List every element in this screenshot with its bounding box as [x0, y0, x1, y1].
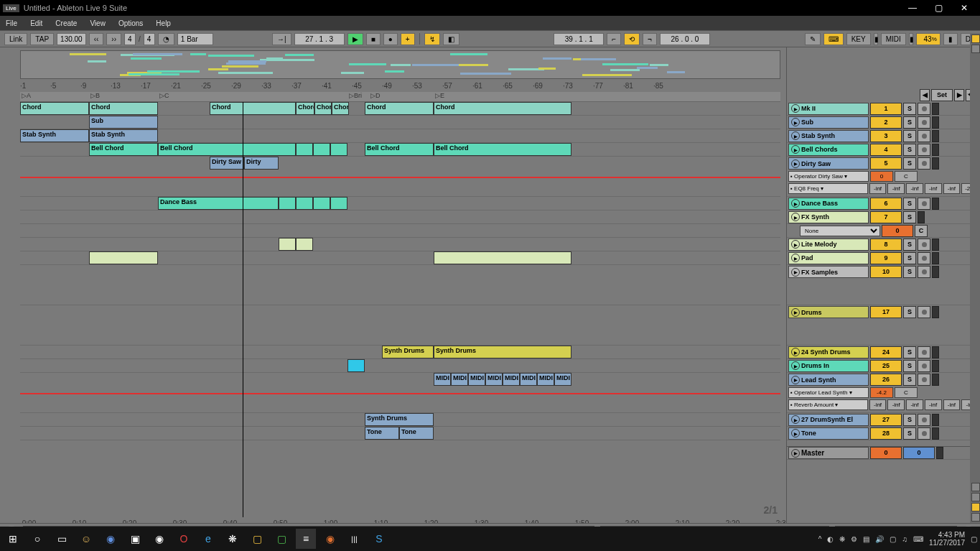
keyboard-icon[interactable]: ⌨ [823, 33, 844, 45]
sig-num[interactable]: 4 [124, 33, 136, 45]
tray-icon4[interactable]: ▢ [890, 535, 896, 543]
track-number[interactable]: 24 [870, 346, 902, 358]
track-name[interactable]: ▶Sub [788, 116, 869, 129]
start-icon[interactable]: ⊞ [3, 529, 23, 549]
track-lane[interactable]: ToneTone [20, 427, 780, 440]
track-number[interactable]: 3 [870, 130, 902, 142]
io-toggle-icon[interactable] [971, 34, 980, 43]
play-icon[interactable]: ▶ [791, 348, 800, 356]
solo-button[interactable]: S [903, 130, 916, 142]
midi-button[interactable]: MIDI [881, 33, 906, 45]
arm-button[interactable] [918, 346, 930, 358]
clip[interactable] [434, 251, 571, 264]
overload-icon[interactable]: ▮ [943, 33, 958, 45]
track-number[interactable]: 10 [870, 266, 902, 278]
loop-button[interactable]: ⟲ [624, 33, 640, 45]
track-number[interactable]: 9 [870, 252, 902, 264]
clip[interactable] [296, 143, 313, 156]
device-select[interactable]: ▪ EQ8 Freq ▾ [788, 183, 868, 194]
maximize-button[interactable]: ▢ [925, 0, 951, 16]
app1-icon[interactable]: ☺ [76, 529, 96, 549]
device-val[interactable]: -inf [906, 399, 923, 410]
play-icon[interactable]: ▶ [791, 429, 800, 437]
solo-button[interactable]: S [903, 198, 916, 210]
clip[interactable]: MIDI [537, 373, 554, 386]
clip[interactable]: Bell Chord [365, 143, 434, 156]
track-lane[interactable] [20, 359, 780, 373]
nudge-up-icon[interactable]: ›› [106, 33, 121, 45]
play-icon[interactable]: ▶ [791, 361, 800, 370]
play-icon[interactable]: ▶ [791, 240, 800, 249]
track-lane[interactable]: Dance Bass [20, 197, 780, 210]
search-icon[interactable]: ○ [27, 529, 47, 549]
clip[interactable]: Bell Chord [434, 143, 571, 156]
track-lane[interactable] [20, 305, 780, 346]
clip[interactable] [279, 197, 296, 210]
clip[interactable]: Chord [20, 102, 89, 115]
clock-date[interactable]: 11/27/2017 [929, 539, 965, 547]
x-toggle-icon[interactable] [971, 513, 980, 522]
position-field[interactable]: 27 . 1 . 3 [294, 33, 345, 45]
track-name[interactable]: ▶Bell Chords [788, 144, 869, 156]
device-val[interactable]: -inf [925, 399, 942, 410]
tempo-field[interactable]: 130.00 [57, 33, 86, 45]
arm-button[interactable] [918, 414, 930, 426]
locator[interactable]: ▷A [20, 92, 32, 99]
device-c[interactable]: C [895, 171, 918, 182]
track-lane[interactable] [20, 251, 780, 265]
key-button[interactable]: KEY [846, 33, 871, 45]
clip[interactable] [89, 251, 158, 264]
clip[interactable]: Stab Synth [89, 129, 158, 142]
keyboard-tray-icon[interactable]: ⌨ [913, 535, 923, 543]
arm-button[interactable] [918, 130, 930, 142]
clip[interactable]: MIDI [554, 373, 571, 386]
notifications-icon[interactable]: ▢ [971, 535, 977, 543]
device-c[interactable]: C [895, 387, 918, 398]
track-number[interactable]: 27 [870, 414, 902, 426]
track-lane[interactable]: Sub [20, 116, 780, 129]
device-val[interactable]: 0 [870, 171, 893, 182]
overdub-button[interactable]: + [401, 33, 415, 45]
tray-icon3[interactable]: ⚙ [851, 535, 857, 543]
clip[interactable] [330, 197, 347, 210]
track-name[interactable]: ▶Drums [788, 306, 869, 318]
clip[interactable] [296, 197, 313, 210]
device-val[interactable]: -inf [887, 399, 905, 410]
track-name[interactable]: ▶24 Synth Drums [788, 346, 869, 358]
track-lane[interactable]: Bell ChordBell ChordBell ChordBell Chord [20, 143, 780, 157]
menu-options[interactable]: Options [118, 19, 143, 27]
arm-button[interactable] [918, 427, 930, 440]
set-button[interactable]: Set [931, 89, 953, 101]
close-button[interactable]: ✕ [951, 0, 977, 16]
play-icon[interactable]: ▶ [791, 159, 800, 168]
midi-out-icon[interactable]: ▮ [909, 33, 913, 45]
network-icon[interactable]: ▤ [863, 535, 869, 543]
device-val[interactable]: 0 [882, 225, 913, 237]
clip[interactable]: MIDI [434, 373, 451, 386]
m-toggle-icon[interactable] [971, 493, 980, 501]
menu-file[interactable]: File [6, 19, 17, 27]
clip[interactable]: Chord [89, 102, 158, 115]
device-val[interactable]: -inf [869, 399, 887, 410]
track-lane[interactable]: Synth Drums [20, 413, 780, 427]
track-lane[interactable]: Dirty SawDirty [20, 157, 780, 197]
play-icon[interactable]: ▶ [791, 131, 800, 140]
punch-out-icon[interactable]: ¬ [643, 33, 657, 45]
clip[interactable]: Chord [210, 102, 296, 115]
track-name[interactable]: ▶Stab Synth [788, 130, 869, 142]
arm-button[interactable] [918, 198, 930, 210]
explorer-icon[interactable]: ▢ [247, 529, 267, 549]
clip[interactable]: Sub [89, 116, 158, 129]
metronome-icon[interactable]: ◔ [158, 33, 174, 45]
master-val2[interactable]: 0 [903, 447, 935, 459]
volume-icon[interactable]: 🔊 [875, 535, 884, 543]
tray-icon5[interactable]: ♫ [902, 535, 907, 543]
track-lane[interactable] [20, 265, 780, 305]
device-select[interactable]: ▪ Reverb Amount ▾ [788, 399, 868, 410]
app2-icon[interactable]: ◉ [101, 529, 121, 549]
tray-icon1[interactable]: ◐ [827, 535, 834, 543]
tap-button[interactable]: TAP [30, 33, 54, 45]
automation-arm-button[interactable]: ↯ [424, 33, 440, 45]
play-icon[interactable]: ▶ [791, 145, 800, 154]
play-icon[interactable]: ▶ [791, 268, 800, 277]
